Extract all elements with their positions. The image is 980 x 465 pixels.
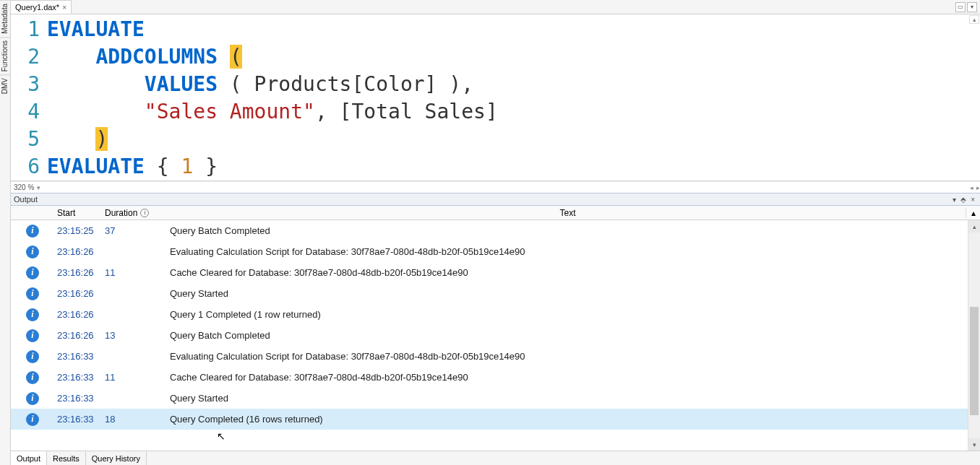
code-token: { [145,155,181,178]
code-line[interactable]: EVALUATE [47,16,968,43]
row-text: Query Batch Completed [170,330,980,341]
output-title: Output [14,195,950,204]
line-number: 2 [11,43,47,71]
row-start: 23:16:26 [54,246,105,257]
code-line[interactable]: VALUES ( Products[Color] ), [47,71,968,98]
code-line[interactable]: ) [47,126,968,153]
side-tab-functions[interactable]: Functions [0,37,10,74]
side-tab-dmv[interactable]: DMV [0,74,10,97]
tab-query1[interactable]: Query1.dax* × [11,0,72,14]
row-icon-cell: i [11,266,54,279]
code-token: "Sales Amount" [145,100,315,123]
scroll-thumb[interactable] [970,307,979,415]
col-start[interactable]: Start [54,208,105,218]
zoom-indicator[interactable]: 320 % ▾ ◂ ▸ [11,181,980,193]
editor-tabs: Query1.dax* × ▭ ▾ [11,0,980,14]
row-text: Query Batch Completed [170,225,980,236]
bottom-tab-query-history[interactable]: Query History [86,451,147,465]
info-icon: i [26,371,39,384]
output-header: Output ▾ ⬘ × [11,193,980,206]
code-token [47,100,145,123]
row-text: Evaluating Calculation Script for Databa… [170,246,980,257]
row-icon-cell: i [11,350,54,363]
output-panel: Output ▾ ⬘ × Start Duration i Text ▴ i23… [11,193,980,465]
row-text: Cache Cleared for Database: 30f78ae7-080… [170,267,980,278]
code-token: ADDCOLUMNS [95,45,218,69]
row-icon-cell: i [11,308,54,321]
hscroll-left-icon[interactable]: ◂ [970,184,973,191]
scroll-down-icon[interactable]: ▾ [968,438,980,451]
code-line[interactable]: "Sales Amount", [Total Sales] [47,98,968,126]
bottom-tab-output[interactable]: Output [11,451,47,465]
editor-scrollbar[interactable]: ▴ [968,14,980,181]
bottom-tabs: Output Results Query History [11,451,980,465]
row-text: Query Started [170,288,980,299]
code-line[interactable]: EVALUATE { 1 } [47,153,968,181]
info-icon: i [26,392,39,405]
row-text: Evaluating Calculation Script for Databa… [170,351,980,362]
code-token: 1 [181,155,193,178]
row-start: 23:15:25 [54,225,105,236]
info-icon: i [26,287,39,300]
code-token [47,127,95,151]
code-line[interactable]: ADDCOLUMNS ( [47,43,968,71]
row-icon-cell: i [11,392,54,405]
output-row[interactable]: i23:16:2613Query Batch Completed [11,325,980,346]
output-row[interactable]: i23:16:3318Query Completed (16 rows retu… [11,409,980,430]
scroll-up-icon[interactable]: ▴ [968,220,980,232]
row-icon-cell: i [11,371,54,384]
info-icon: i [26,245,39,258]
info-icon: i [26,308,39,321]
output-columns: Start Duration i Text ▴ [11,206,980,220]
side-tab-metadata[interactable]: Metadata [0,0,10,37]
code-token: } [193,155,218,178]
output-row[interactable]: i23:16:26Evaluating Calculation Script f… [11,241,980,262]
info-icon: i [26,329,39,342]
info-icon: i [26,266,39,279]
output-row[interactable]: i23:16:3311Cache Cleared for Database: 3… [11,367,980,388]
row-icon-cell: i [11,225,54,238]
row-start: 23:16:33 [54,351,105,362]
col-duration[interactable]: Duration i [105,208,170,218]
output-row[interactable]: i23:16:26Query 1 Completed (1 row return… [11,304,980,325]
output-close-icon[interactable]: × [968,196,977,204]
code-token: EVALUATE [47,17,145,41]
side-panel: Metadata Functions DMV [0,0,11,465]
row-text: Query Started [170,393,980,404]
zoom-dropdown-icon[interactable]: ▾ [37,184,40,191]
row-start: 23:16:26 [54,330,105,341]
bottom-tab-results[interactable]: Results [47,451,86,465]
close-icon[interactable]: × [62,4,66,12]
scroll-up-icon[interactable]: ▴ [969,15,979,24]
code-editor[interactable]: 123456 EVALUATE ADDCOLUMNS ( VALUES ( Pr… [11,14,980,181]
col-text[interactable]: Text [170,208,966,218]
row-duration: 11 [105,372,170,383]
line-number: 4 [11,98,47,126]
window-control-icon[interactable]: ▭ [955,2,966,12]
window-dropdown-icon[interactable]: ▾ [967,2,977,12]
code-area[interactable]: EVALUATE ADDCOLUMNS ( VALUES ( Products[… [47,14,968,181]
output-row[interactable]: i23:16:33Evaluating Calculation Script f… [11,346,980,367]
scroll-top-icon[interactable]: ▴ [966,208,980,218]
output-vscroll[interactable]: ▴ ▾ [968,220,980,451]
row-duration: 13 [105,330,170,341]
row-start: 23:16:33 [54,372,105,383]
tab-label: Query1.dax* [15,3,59,12]
row-text: Cache Cleared for Database: 30f78ae7-080… [170,372,980,383]
output-row[interactable]: i23:16:2611Cache Cleared for Database: 3… [11,262,980,283]
output-row[interactable]: i23:15:2537Query Batch Completed [11,220,980,241]
output-dropdown-icon[interactable]: ▾ [950,196,958,204]
row-duration: 37 [105,225,170,236]
output-row[interactable]: i23:16:26Query Started [11,283,980,304]
code-token [218,45,230,69]
pin-icon[interactable]: ⬘ [958,196,968,204]
output-row[interactable]: i23:16:33Query Started [11,388,980,409]
code-token: , [Total Sales] [315,100,498,123]
hscroll-right-icon[interactable]: ▸ [976,184,980,191]
row-icon-cell: i [11,413,54,426]
info-icon: i [26,413,39,426]
line-number: 5 [11,126,47,153]
code-token [47,72,145,96]
row-text: Query Completed (16 rows returned) [170,414,980,425]
code-token: EVALUATE [47,155,145,178]
